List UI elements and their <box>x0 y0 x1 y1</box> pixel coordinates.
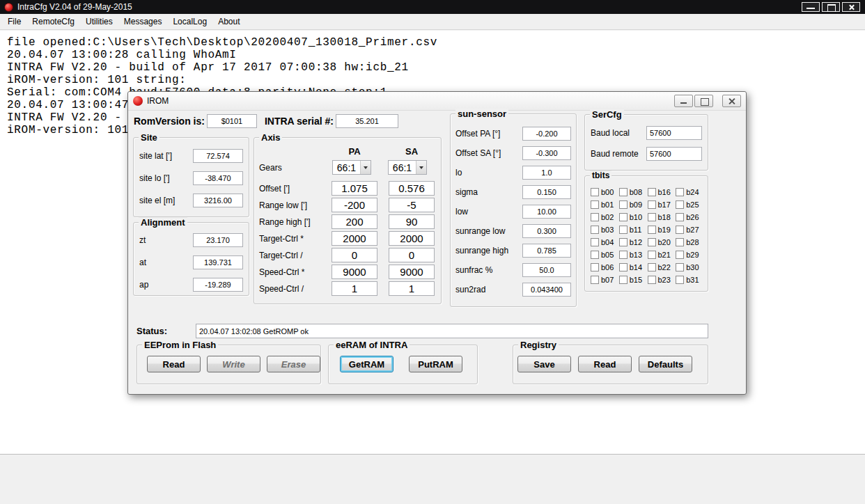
target-ctrl-mul-pa-input[interactable] <box>332 231 377 246</box>
b30-checkbox[interactable] <box>676 263 684 271</box>
close-icon[interactable] <box>842 2 860 12</box>
b10-checkbox[interactable] <box>619 213 628 221</box>
dropdown-arrow-icon[interactable] <box>416 161 426 174</box>
baud-remote-input[interactable] <box>646 147 702 161</box>
b07-checkbox[interactable] <box>591 276 599 284</box>
offset-sa-input[interactable] <box>522 146 571 160</box>
range-high-sa-input[interactable] <box>389 214 435 229</box>
tbit-b13: b13 <box>619 249 648 261</box>
b06-checkbox[interactable] <box>591 263 599 271</box>
target-ctrl-div-sa-input[interactable] <box>389 248 435 262</box>
ap-input[interactable] <box>193 278 243 292</box>
sun2rad-input[interactable] <box>522 283 571 297</box>
target-ctrl-mul-sa-input[interactable] <box>389 231 435 246</box>
registry-read-button[interactable]: Read <box>578 356 632 372</box>
putram-button[interactable]: PutRAM <box>409 356 462 372</box>
menu-file[interactable]: File <box>2 15 26 29</box>
baud-remote-row: Baud remote <box>591 147 702 161</box>
sunrange-low-input[interactable] <box>522 224 571 238</box>
dialog-titlebar[interactable]: IROM <box>128 92 746 111</box>
sunfrac-input[interactable] <box>522 263 571 277</box>
rom-version-input[interactable] <box>207 114 257 128</box>
range-low-pa-input[interactable] <box>332 198 377 212</box>
b15-label: b15 <box>630 276 642 284</box>
b26-checkbox[interactable] <box>676 213 684 221</box>
b29-checkbox[interactable] <box>676 251 684 259</box>
offset-pa-input[interactable] <box>522 127 571 141</box>
sunrange-high-input[interactable] <box>522 244 571 258</box>
menu-about[interactable]: About <box>212 15 245 29</box>
b02-checkbox[interactable] <box>591 213 599 221</box>
b15-checkbox[interactable] <box>619 276 628 284</box>
at-input[interactable] <box>193 255 243 269</box>
eeprom-read-button[interactable]: Read <box>147 356 201 372</box>
baud-local-input[interactable] <box>646 126 702 140</box>
dialog-minimize-icon[interactable] <box>674 95 693 107</box>
eeprom-group: EEProm in Flash ReadWriteErase <box>137 345 321 384</box>
b01-checkbox[interactable] <box>591 200 599 209</box>
b17-checkbox[interactable] <box>648 200 656 209</box>
b13-checkbox[interactable] <box>619 251 628 259</box>
site-lo-input[interactable] <box>193 171 243 185</box>
menu-utilities[interactable]: Utilities <box>80 15 118 29</box>
speed-ctrl-mul-pa-input[interactable] <box>332 265 377 279</box>
dropdown-arrow-icon[interactable] <box>360 161 371 174</box>
dialog-close-icon[interactable] <box>722 95 741 107</box>
b04-checkbox[interactable] <box>591 238 599 246</box>
b11-checkbox[interactable] <box>619 226 628 234</box>
speed-ctrl-div-sa-input[interactable] <box>389 281 435 296</box>
site-el-input[interactable] <box>193 194 243 207</box>
b19-checkbox[interactable] <box>648 226 656 234</box>
b22-checkbox[interactable] <box>648 263 656 271</box>
target-ctrl-mul-row: Target-Ctrl * <box>259 231 441 246</box>
eeprom-write-button[interactable]: Write <box>207 356 260 372</box>
b00-checkbox[interactable] <box>591 188 599 196</box>
speed-ctrl-mul-sa-input[interactable] <box>389 265 435 279</box>
maximize-icon[interactable] <box>822 2 840 12</box>
b14-checkbox[interactable] <box>619 263 628 271</box>
getram-button[interactable]: GetRAM <box>340 356 393 372</box>
gears-sa-combobox[interactable]: 66:1 <box>388 160 427 175</box>
menu-remotecfg[interactable]: RemoteCfg <box>26 15 80 29</box>
status-input[interactable] <box>196 324 708 338</box>
b27-checkbox[interactable] <box>676 226 684 234</box>
gears-pa-combobox[interactable]: 66:1 <box>332 160 371 175</box>
menu-locallog[interactable]: LocalLog <box>167 15 212 29</box>
window-titlebar[interactable]: IntraCfg V2.04 of 29-May-2015 <box>0 0 865 14</box>
b28-checkbox[interactable] <box>676 238 684 246</box>
eeprom-erase-button[interactable]: Erase <box>267 356 320 372</box>
site-lat-input[interactable] <box>193 149 243 163</box>
b12-checkbox[interactable] <box>619 238 628 246</box>
b16-checkbox[interactable] <box>648 188 656 196</box>
b25-checkbox[interactable] <box>676 200 684 209</box>
b21-checkbox[interactable] <box>648 251 656 259</box>
minimize-icon[interactable] <box>802 2 820 12</box>
b31-checkbox[interactable] <box>676 276 684 284</box>
lo-input[interactable] <box>522 166 571 180</box>
b09-checkbox[interactable] <box>619 200 628 209</box>
offset-pa-input[interactable] <box>332 181 377 196</box>
sigma-input[interactable] <box>522 185 571 199</box>
b23-checkbox[interactable] <box>648 276 656 284</box>
speed-ctrl-div-pa-input[interactable] <box>332 281 377 296</box>
registry-save-button[interactable]: Save <box>517 356 571 372</box>
zt-input[interactable] <box>193 233 243 247</box>
intra-serial-input[interactable] <box>336 114 398 128</box>
b08-checkbox[interactable] <box>619 188 628 196</box>
b18-checkbox[interactable] <box>648 213 656 221</box>
b05-checkbox[interactable] <box>591 251 599 259</box>
b01-label: b01 <box>601 200 614 209</box>
range-high-pa-input[interactable] <box>332 214 377 229</box>
dialog-maximize-icon[interactable] <box>694 95 713 107</box>
b20-checkbox[interactable] <box>648 238 656 246</box>
b00-label: b00 <box>601 188 614 196</box>
b03-checkbox[interactable] <box>591 226 599 234</box>
registry-defaults-button[interactable]: Defaults <box>639 356 692 372</box>
menu-messages[interactable]: Messages <box>118 15 168 29</box>
range-low-sa-input[interactable] <box>389 198 435 212</box>
site-group-title: Site <box>139 132 159 143</box>
target-ctrl-div-pa-input[interactable] <box>332 248 377 262</box>
b24-checkbox[interactable] <box>676 188 684 196</box>
low-input[interactable] <box>522 205 571 219</box>
offset-sa-input[interactable] <box>389 181 435 196</box>
